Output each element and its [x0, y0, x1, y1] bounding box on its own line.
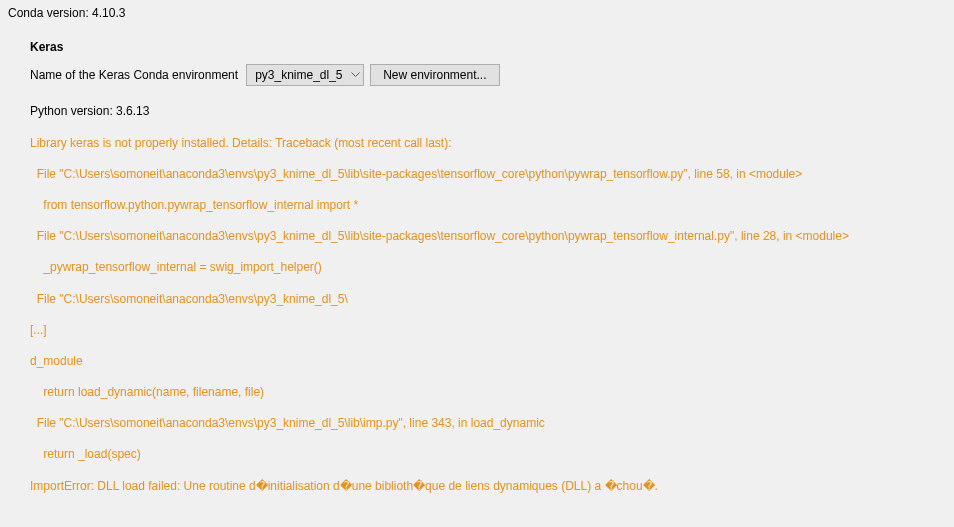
chevron-down-icon [351, 72, 360, 78]
error-line: File "C:\Users\somoneit\anaconda3\envs\p… [30, 167, 946, 183]
error-output: Library keras is not properly installed.… [30, 120, 946, 527]
error-line: Library keras is not properly installed.… [30, 136, 946, 152]
error-line: d_module [30, 354, 946, 370]
error-line: File "C:\Users\somoneit\anaconda3\envs\p… [30, 229, 946, 245]
environment-dropdown[interactable]: py3_knime_dl_5 [246, 64, 364, 86]
environment-row: Name of the Keras Conda environment py3_… [30, 64, 946, 86]
error-line [30, 510, 946, 526]
error-line: ImportError: DLL load failed: Une routin… [30, 479, 946, 495]
keras-section: Keras Name of the Keras Conda environmen… [8, 40, 946, 527]
error-line: [...] [30, 323, 946, 339]
environment-selected-value: py3_knime_dl_5 [255, 68, 342, 82]
error-line: from tensorflow.python.pywrap_tensorflow… [30, 198, 946, 214]
error-line: _pywrap_tensorflow_internal = swig_impor… [30, 260, 946, 276]
section-title: Keras [30, 40, 946, 54]
error-line: return load_dynamic(name, filename, file… [30, 385, 946, 401]
conda-version-label: Conda version: 4.10.3 [8, 6, 946, 20]
new-environment-button[interactable]: New environment... [370, 64, 499, 86]
error-line: File "C:\Users\somoneit\anaconda3\envs\p… [30, 416, 946, 432]
python-version-label: Python version: 3.6.13 [30, 104, 946, 118]
error-line: File "C:\Users\somoneit\anaconda3\envs\p… [30, 292, 946, 308]
error-line: return _load(spec) [30, 447, 946, 463]
environment-label: Name of the Keras Conda environment [30, 68, 238, 82]
